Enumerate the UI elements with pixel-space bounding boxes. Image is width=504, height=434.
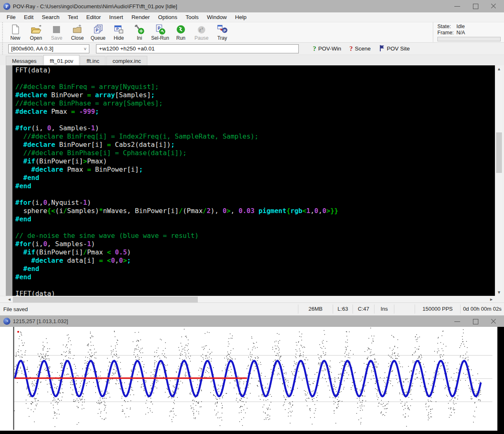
toolbar-button-label: New bbox=[10, 35, 20, 41]
menu-item-options[interactable]: Options bbox=[154, 13, 182, 22]
svg-text:P: P bbox=[96, 28, 98, 33]
pause-icon: zz bbox=[196, 24, 207, 35]
window-controls bbox=[454, 2, 497, 10]
new-button[interactable]: New bbox=[5, 22, 26, 42]
ini-settings-icon bbox=[134, 24, 145, 35]
status-cell-6: 0d 00h 00m 02s bbox=[460, 305, 504, 314]
toolbar-button-label: Ini bbox=[137, 35, 142, 41]
render-progress-bar bbox=[437, 37, 501, 41]
sel-run-button[interactable]: PSel-Run bbox=[150, 22, 170, 42]
run-icon bbox=[175, 24, 186, 35]
render-minimize-button[interactable] bbox=[454, 318, 461, 325]
rendered-plot bbox=[0, 327, 504, 434]
tab-fft-01-pov[interactable]: fft_01.pov bbox=[43, 55, 79, 65]
maximize-button[interactable] bbox=[472, 2, 479, 10]
sel-run-icon: P bbox=[155, 24, 166, 35]
window-title: POV-Ray - C:\Users\ingo\Documents\Nim\Au… bbox=[13, 3, 454, 10]
command-line-input[interactable] bbox=[96, 44, 299, 53]
status-cell-0: 26MB bbox=[298, 305, 333, 314]
render-window-controls bbox=[454, 318, 497, 325]
menu-item-file[interactable]: File bbox=[2, 13, 20, 22]
menu-item-editor[interactable]: Editor bbox=[82, 13, 105, 22]
pov-flag-icon bbox=[379, 45, 385, 53]
toolbar-button-label: Pause bbox=[194, 35, 209, 41]
close-button[interactable] bbox=[490, 2, 497, 10]
frame-value: N/A bbox=[456, 30, 465, 36]
pause-button: zzPause bbox=[191, 22, 212, 42]
toolbar-button-label: Sel-Run bbox=[151, 35, 169, 41]
run-button[interactable]: Run bbox=[170, 22, 191, 42]
main-titlebar: P POV-Ray - C:\Users\ingo\Documents\Nim\… bbox=[0, 0, 504, 12]
tab-fft-inc[interactable]: fft.inc bbox=[80, 56, 106, 65]
toolbar: NewOpenSaveClosePQueuePHideIniPSel-RunRu… bbox=[0, 22, 504, 43]
scroll-down-arrow-icon[interactable]: ▼ bbox=[495, 289, 503, 296]
code-text: FFT(data) //#declare BinFreq = array[Nyq… bbox=[12, 65, 495, 296]
vertical-scrollbar[interactable]: ▲ ▼ bbox=[495, 65, 502, 296]
ini-button[interactable]: Ini bbox=[129, 22, 150, 42]
menu-item-edit[interactable]: Edit bbox=[20, 13, 38, 22]
tab-complex-inc[interactable]: complex.inc bbox=[106, 56, 147, 65]
queue-button[interactable]: PQueue bbox=[88, 22, 108, 42]
state-value: Idle bbox=[456, 24, 465, 30]
frame-label: Frame: bbox=[437, 30, 456, 36]
render-preview-window: ◔ 1215,257 [1.013,1.032] bbox=[0, 315, 504, 434]
command-bar-grip bbox=[1, 43, 4, 55]
new-document-icon bbox=[10, 24, 21, 35]
tab-messages[interactable]: Messages bbox=[6, 56, 43, 65]
minimize-button[interactable] bbox=[454, 2, 461, 10]
toolbar-button-label: Run bbox=[176, 35, 185, 41]
toolbar-buttons: NewOpenSaveClosePQueuePHideIniPSel-RunRu… bbox=[5, 22, 233, 42]
menu-item-insert[interactable]: Insert bbox=[105, 13, 127, 22]
svg-text:P: P bbox=[116, 27, 119, 31]
close-file-icon bbox=[72, 24, 83, 35]
code-area[interactable]: FFT(data) //#declare BinFreq = array[Nyq… bbox=[12, 65, 495, 296]
hide-icon: P bbox=[113, 24, 124, 35]
toolbar-button-label: Open bbox=[30, 35, 42, 41]
menu-item-tools[interactable]: Tools bbox=[181, 13, 203, 22]
status-cell-4 bbox=[394, 305, 415, 314]
menu-item-help[interactable]: Help bbox=[231, 13, 251, 22]
save-button: Save bbox=[46, 22, 67, 42]
tray-button[interactable]: PTray bbox=[212, 22, 233, 42]
scroll-left-arrow-icon[interactable]: ◄ bbox=[6, 296, 13, 303]
state-label: State: bbox=[437, 24, 456, 30]
status-cell-5: 150000 PPS bbox=[415, 305, 460, 314]
render-maximize-button[interactable] bbox=[472, 318, 479, 325]
render-window-title: 1215,257 [1.013,1.032] bbox=[13, 318, 454, 324]
scroll-up-arrow-icon[interactable]: ▲ bbox=[495, 65, 503, 72]
menu-item-search[interactable]: Search bbox=[38, 13, 64, 22]
status-message: File saved bbox=[0, 306, 298, 312]
status-cell-3: Ins bbox=[374, 305, 394, 314]
resolution-preset-select[interactable]: [800x600, AA 0.3] ˅ bbox=[8, 44, 89, 53]
question-mark-red-icon: ? bbox=[350, 45, 353, 53]
pov-win-help-button[interactable]: ?POV-Win bbox=[310, 44, 345, 54]
menubar: FileEditSearchTextEditorInsertRenderOpti… bbox=[0, 12, 504, 22]
menu-item-text[interactable]: Text bbox=[64, 13, 82, 22]
vertical-scroll-thumb[interactable] bbox=[496, 132, 502, 173]
help-button-label: POV-Win bbox=[318, 46, 341, 52]
close-button[interactable]: Close bbox=[67, 22, 88, 42]
tray-icon: P bbox=[217, 24, 228, 35]
command-bar: [800x600, AA 0.3] ˅ ?POV-Win?ScenePOV Si… bbox=[0, 43, 504, 55]
hide-button[interactable]: PHide bbox=[108, 22, 129, 42]
help-button-label: POV Site bbox=[387, 46, 410, 52]
pov-site-help-button[interactable]: POV Site bbox=[376, 43, 413, 54]
scroll-right-arrow-icon[interactable]: ► bbox=[488, 296, 495, 303]
render-close-button[interactable] bbox=[490, 318, 497, 325]
open-folder-icon bbox=[31, 24, 41, 35]
toolbar-grip bbox=[1, 22, 4, 42]
menu-item-render[interactable]: Render bbox=[127, 13, 154, 22]
horizontal-scrollbar[interactable]: ◄ ► bbox=[0, 296, 495, 302]
toolbar-button-label: Tray bbox=[217, 35, 227, 41]
toolbar-button-label: Close bbox=[71, 35, 84, 41]
toolbar-button-label: Queue bbox=[91, 35, 106, 41]
editor-gutter bbox=[6, 65, 12, 296]
editor-tabbar: Messagesfft_01.povfft.inccomplex.inc bbox=[0, 55, 504, 65]
horizontal-scroll-thumb[interactable] bbox=[13, 297, 198, 302]
render-titlebar: ◔ 1215,257 [1.013,1.032] bbox=[0, 315, 504, 327]
statusbar: File saved 26MBL:63C:47Ins150000 PPS0d 0… bbox=[0, 302, 504, 315]
scene-help-button[interactable]: ?Scene bbox=[346, 44, 374, 54]
status-cell-1: L:63 bbox=[333, 305, 353, 314]
open-button[interactable]: Open bbox=[26, 22, 46, 42]
menu-item-window[interactable]: Window bbox=[203, 13, 231, 22]
